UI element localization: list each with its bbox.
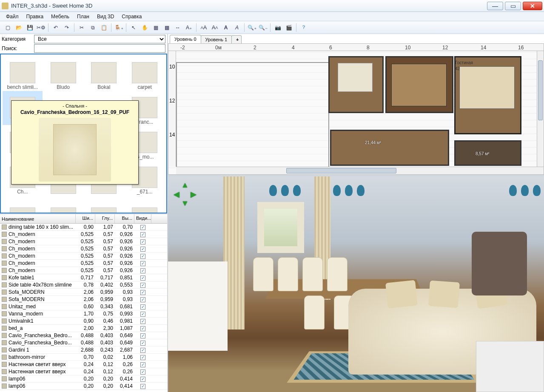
furniture-row[interactable]: Ch_modern0,5250,570,926✓: [0, 253, 167, 260]
furniture-rows[interactable]: dining table 160 x 160 slim...0,901,070,…: [0, 224, 167, 392]
wall-tool-icon[interactable]: ▦: [151, 23, 161, 33]
save-file-icon[interactable]: 💾: [25, 23, 35, 33]
visible-checkbox[interactable]: ✓: [140, 304, 145, 310]
visible-checkbox[interactable]: ✓: [140, 348, 145, 353]
new-file-icon[interactable]: ▢: [3, 23, 13, 33]
catalog-item[interactable]: Bokal: [84, 56, 124, 90]
visible-checkbox[interactable]: ✓: [140, 276, 145, 281]
menu-edit[interactable]: Правка: [23, 13, 47, 20]
visible-checkbox[interactable]: ✓: [140, 333, 145, 338]
catalog-item[interactable]: [125, 196, 165, 213]
visible-checkbox[interactable]: ✓: [140, 247, 145, 252]
catalog-item[interactable]: [84, 196, 124, 213]
col-depth[interactable]: Глу...: [95, 214, 115, 223]
plan-vertical-scrollbar[interactable]: [537, 51, 544, 167]
catalog-item[interactable]: [3, 196, 43, 213]
search-input[interactable]: [34, 44, 165, 53]
catalog-item[interactable]: bench slimli...: [3, 56, 43, 90]
visible-checkbox[interactable]: ✓: [140, 268, 145, 273]
furniture-row[interactable]: Gardini 12,6880,2432,687✓: [0, 347, 167, 354]
copy-icon[interactable]: ⧉: [88, 23, 98, 33]
3d-nav-widget[interactable]: ▲ ◀▶ ▼: [172, 181, 198, 206]
furniture-row[interactable]: lamp060,200,200,414✓: [0, 375, 167, 383]
tab-level-0[interactable]: Уровень 0: [170, 35, 201, 43]
visible-checkbox[interactable]: ✓: [140, 341, 145, 346]
furniture-row[interactable]: lamp060,200,200,414✓: [0, 383, 167, 390]
catalog-grid[interactable]: bench slimli...BludoBokalcarpetCa...Fran…: [0, 54, 167, 213]
visible-checkbox[interactable]: ✓: [140, 369, 145, 375]
furniture-row[interactable]: Ch_modern0,5250,570,926✓: [0, 238, 167, 245]
open-file-icon[interactable]: 📂: [14, 23, 24, 33]
furniture-row[interactable]: Ch_modern0,5250,570,926✓: [0, 245, 167, 253]
col-height[interactable]: Вы...: [115, 214, 134, 223]
preferences-icon[interactable]: ✂︎⚙: [36, 23, 46, 33]
furniture-row[interactable]: Sofa_MODERN2,060,9590,93✓: [0, 296, 167, 303]
furniture-row[interactable]: Cavio_Francheska_Bedro...0,4880,4030,649…: [0, 339, 167, 347]
zoom-out-icon[interactable]: 🔍₋: [258, 23, 268, 33]
furniture-row[interactable]: Cavio_Francheska_Bedro...0,4880,4030,649…: [0, 332, 167, 339]
menu-file[interactable]: Файл: [3, 13, 22, 20]
add-level-button[interactable]: +: [231, 35, 242, 43]
room-tool-icon[interactable]: ▩: [162, 23, 172, 33]
visible-checkbox[interactable]: ✓: [140, 254, 145, 259]
furniture-row[interactable]: Side table 40x78cm slimline0,780,4020,55…: [0, 281, 167, 289]
visible-checkbox[interactable]: ✓: [140, 362, 145, 367]
bold-icon[interactable]: A: [221, 23, 231, 33]
furniture-row[interactable]: Umivalnik10,900,460,981✓: [0, 318, 167, 325]
zoom-in-icon[interactable]: 🔍₊: [247, 23, 257, 33]
furniture-row[interactable]: Sofa_MODERN2,060,9590,93✓: [0, 289, 167, 296]
visible-checkbox[interactable]: ✓: [140, 261, 145, 266]
visible-checkbox[interactable]: ✓: [140, 297, 145, 302]
minimize-button[interactable]: —: [487, 2, 503, 10]
plan-horizontal-scrollbar[interactable]: [176, 167, 544, 174]
help-icon[interactable]: ？: [299, 23, 309, 33]
category-select[interactable]: Все: [34, 35, 165, 43]
visible-checkbox[interactable]: ✓: [140, 326, 145, 331]
catalog-item[interactable]: [43, 196, 83, 213]
furniture-row[interactable]: bathroom-mirror0,700,021,06✓: [0, 354, 167, 361]
furniture-headers[interactable]: Наименование Ши... Глу... Вы... Види...: [0, 214, 167, 224]
nav-right-icon[interactable]: ▶: [189, 190, 198, 199]
close-button[interactable]: ✕: [523, 2, 542, 10]
3d-view[interactable]: ▲ ◀▶ ▼: [168, 176, 544, 392]
furniture-row[interactable]: Unitaz_med0,600,3430,681✓: [0, 303, 167, 310]
nav-left-icon[interactable]: ◀: [172, 190, 181, 199]
nav-down-icon[interactable]: ▼: [181, 199, 189, 208]
select-tool-icon[interactable]: ↖: [128, 23, 139, 33]
col-width[interactable]: Ши...: [76, 214, 95, 223]
pan-tool-icon[interactable]: ✋: [140, 23, 150, 33]
menu-view3d[interactable]: Вид 3D: [94, 13, 117, 20]
furniture-row[interactable]: Ch_modern0,5250,570,926✓: [0, 231, 167, 238]
text-size-icon[interactable]: AA: [199, 23, 209, 33]
visible-checkbox[interactable]: ✓: [140, 377, 145, 382]
paste-icon[interactable]: 📋: [99, 23, 109, 33]
col-visible[interactable]: Види...: [134, 214, 151, 223]
visible-checkbox[interactable]: ✓: [140, 239, 145, 244]
visible-checkbox[interactable]: ✓: [140, 355, 145, 360]
visible-checkbox[interactable]: ✓: [140, 312, 145, 317]
tab-level-1[interactable]: Уровень 1: [201, 35, 232, 43]
cut-icon[interactable]: ✂: [77, 23, 87, 33]
menu-plan[interactable]: План: [74, 13, 93, 20]
furniture-row[interactable]: Ch_modern0,5250,570,926✓: [0, 267, 167, 274]
plan-canvas[interactable]: 14,87 м² 21,44 м² Гостиная 42,04 м² 8,57…: [176, 51, 544, 167]
add-furniture-icon[interactable]: 🪑₊: [114, 23, 124, 33]
visible-checkbox[interactable]: ✓: [140, 225, 145, 230]
furniture-row[interactable]: Vanna_modern1,700,750,993✓: [0, 310, 167, 318]
furniture-row[interactable]: bed_a2,002,301,087✓: [0, 325, 167, 332]
video-icon[interactable]: 🎬: [284, 23, 294, 33]
col-name[interactable]: Наименование: [0, 214, 76, 223]
redo-icon[interactable]: ↷: [62, 23, 72, 33]
catalog-item[interactable]: carpet: [125, 56, 165, 90]
furniture-row[interactable]: Настенная светит вверх0,240,120,26✓: [0, 361, 167, 368]
catalog-item[interactable]: Bludo: [43, 56, 83, 90]
visible-checkbox[interactable]: ✓: [140, 384, 145, 389]
visible-checkbox[interactable]: ✓: [140, 232, 145, 237]
text-size2-icon[interactable]: AA: [210, 23, 220, 33]
maximize-button[interactable]: ▭: [505, 2, 521, 10]
furniture-row[interactable]: dining table 160 x 160 slim...0,901,070,…: [0, 224, 167, 231]
furniture-row[interactable]: Настенная светит вверх0,240,120,26✓: [0, 368, 167, 375]
undo-icon[interactable]: ↶: [51, 23, 61, 33]
furniture-row[interactable]: Kofe table10,7170,7170,851✓: [0, 274, 167, 281]
furniture-row[interactable]: Ch_modern0,5250,570,926✓: [0, 260, 167, 267]
